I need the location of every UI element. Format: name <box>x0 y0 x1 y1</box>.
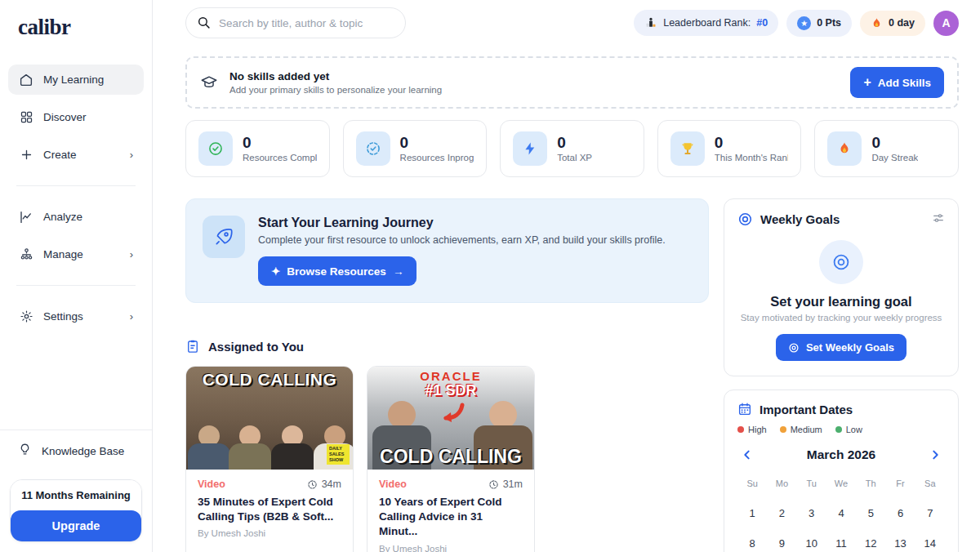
video-card[interactable]: COLD CALLING DAILY SALES SHOW Video 34m … <box>185 366 354 552</box>
knowledge-base-label: Knowledge Base <box>42 445 124 457</box>
calendar-day[interactable]: 4 <box>826 498 856 528</box>
sidebar-item-manage[interactable]: Manage › <box>8 239 144 269</box>
calendar-day[interactable]: 9 <box>767 528 796 552</box>
search-input[interactable] <box>185 7 406 38</box>
upgrade-button[interactable]: Upgrade <box>11 510 141 541</box>
stat-day-streak[interactable]: 0 Day Streak <box>814 120 959 177</box>
plan-remaining-label: 11 Months Remaining <box>11 480 141 510</box>
browse-resources-button[interactable]: ✦ Browse Resources → <box>258 256 416 286</box>
sidebar-item-my-learning[interactable]: My Learning <box>8 65 144 95</box>
target-icon <box>737 211 753 227</box>
org-chart-icon <box>19 247 33 262</box>
clipboard-icon <box>185 339 200 354</box>
video-thumbnail: ORACLE #1 SDR COLD CALLING <box>368 367 534 470</box>
stat-total-xp[interactable]: 0 Total XP <box>500 120 644 177</box>
trophy-icon <box>670 131 705 166</box>
calendar-day[interactable]: 7 <box>915 498 945 528</box>
calendar-day[interactable]: 3 <box>797 498 826 528</box>
journey-subtitle: Complete your first resource to unlock a… <box>258 234 666 246</box>
set-weekly-goals-label: Set Weekly Goals <box>806 341 894 354</box>
search-wrap <box>185 7 406 38</box>
calendar-day[interactable]: 10 <box>797 528 826 552</box>
calendar-day[interactable]: 2 <box>767 498 796 528</box>
video-title: 10 Years of Expert Cold Calling Advice i… <box>368 490 534 540</box>
priority-legend: High Medium Low <box>737 425 945 434</box>
podium-icon <box>644 16 657 29</box>
divider <box>16 185 136 186</box>
sparkle-icon: ✦ <box>271 265 280 278</box>
calendar-day[interactable]: 1 <box>737 498 767 528</box>
bolt-icon <box>513 131 547 166</box>
legend-label: Low <box>846 425 862 434</box>
sidebar-item-analyze[interactable]: Analyze <box>8 202 144 232</box>
add-skills-button[interactable]: + Add Skills <box>850 67 944 98</box>
video-meta: Video 34m <box>186 470 353 490</box>
arrow-right-icon: → <box>393 265 404 278</box>
thumbnail-text-oracle: ORACLE <box>368 369 534 383</box>
calendar-day-header: We <box>826 474 856 498</box>
video-duration: 31m <box>488 479 523 490</box>
streak-value: 0 day <box>889 17 915 29</box>
important-dates-title: Important Dates <box>760 403 853 416</box>
sidebar-item-create[interactable]: Create › <box>8 140 144 170</box>
journey-title: Start Your Learning Journey <box>258 216 666 230</box>
plan-card: 11 Months Remaining Upgrade <box>10 479 142 542</box>
video-title: 35 Minutes of Expert Cold Calling Tips (… <box>186 490 353 524</box>
low-dot-icon <box>835 426 842 433</box>
thumbnail-badge: DAILY SALES SHOW <box>327 444 350 465</box>
browse-resources-label: Browse Resources <box>287 265 386 278</box>
weekly-goals-subtitle: Stay motivated by tracking your weekly p… <box>737 313 945 323</box>
streak-pill[interactable]: 0 day <box>860 11 925 36</box>
main-content: Leaderboard Rank: #0 ★ 0 Pts 0 day A No … <box>153 0 980 552</box>
knowledge-base-link[interactable]: Knowledge Base <box>0 430 152 471</box>
flame-icon <box>871 17 883 29</box>
person-silhouette <box>229 425 271 470</box>
assigned-section-header: Assigned to You <box>185 339 709 354</box>
calendar-day[interactable]: 11 <box>826 528 856 552</box>
calendar-day[interactable]: 12 <box>856 528 885 552</box>
calendar-day[interactable]: 8 <box>737 528 767 552</box>
add-skills-label: Add Skills <box>878 77 931 89</box>
graduation-cap-icon <box>200 73 218 91</box>
calendar-day[interactable]: 5 <box>856 498 885 528</box>
sidebar-nav: My Learning Discover Create › Analyze <box>0 65 152 332</box>
stat-value: 0 <box>557 135 592 152</box>
sidebar: calibr My Learning Discover Create › <box>0 0 153 552</box>
calendar-day-header: Sa <box>915 474 945 498</box>
calendar-day-header: Tu <box>797 474 826 498</box>
set-weekly-goals-button[interactable]: Set Weekly Goals <box>776 334 906 361</box>
assigned-title: Assigned to You <box>208 340 304 354</box>
stat-month-rank[interactable]: 0 This Month's Rank <box>657 120 802 177</box>
sidebar-item-label: Discover <box>43 111 87 123</box>
sidebar-item-label: Manage <box>43 248 83 260</box>
grid-icon <box>19 110 33 125</box>
sidebar-item-settings[interactable]: Settings › <box>8 301 144 332</box>
sidebar-item-label: Analyze <box>43 211 82 223</box>
red-arrow-icon <box>438 403 467 427</box>
target-icon <box>788 342 800 354</box>
avatar[interactable]: A <box>933 11 959 36</box>
sidebar-item-discover[interactable]: Discover <box>8 102 144 132</box>
chevron-right-icon: › <box>130 310 133 323</box>
skills-banner-text: No skills added yet Add your primary ski… <box>229 70 442 95</box>
points-value: 0 Pts <box>817 17 841 29</box>
sidebar-bottom: Knowledge Base 11 Months Remaining Upgra… <box>0 430 152 552</box>
right-column: Weekly Goals Set your learning goal Stay… <box>724 198 959 552</box>
calendar-icon <box>737 402 752 416</box>
sliders-icon[interactable] <box>932 211 945 227</box>
next-month-button[interactable] <box>929 448 942 461</box>
stat-resources-inprogress[interactable]: 0 Resources Inprogre... <box>343 120 488 177</box>
calendar-day[interactable]: 13 <box>885 528 915 552</box>
stat-label: Total XP <box>557 153 592 162</box>
prev-month-button[interactable] <box>741 448 754 461</box>
calendar-day[interactable]: 6 <box>885 498 915 528</box>
thumbnail-text-sdr: #1 SDR <box>368 382 534 399</box>
calendar-day[interactable]: 14 <box>915 528 945 552</box>
leaderboard-rank-pill[interactable]: Leaderboard Rank: #0 <box>634 10 778 36</box>
stat-resources-completed[interactable]: 0 Resources Complet... <box>185 120 330 177</box>
video-card[interactable]: ORACLE #1 SDR COLD CALLING Video 31m 10 … <box>367 366 535 552</box>
important-dates-header: Important Dates <box>737 402 945 416</box>
month-navigation: March 2026 <box>737 447 945 462</box>
points-pill[interactable]: ★ 0 Pts <box>786 10 852 37</box>
stat-label: This Month's Rank <box>715 153 789 162</box>
